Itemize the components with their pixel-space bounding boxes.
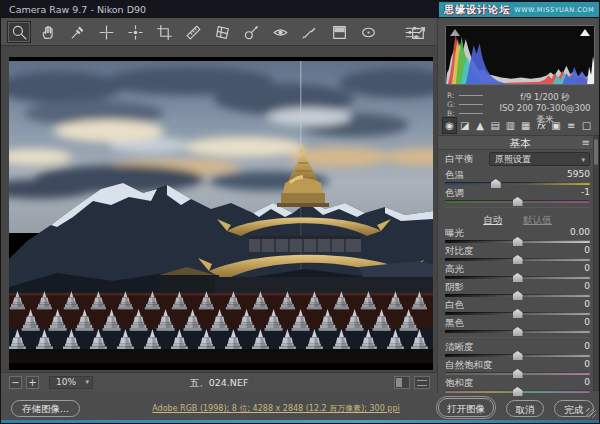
vibrance-value: 0 [584, 359, 590, 370]
whites-value: 0 [584, 299, 590, 310]
highlights-value: 0 [584, 263, 590, 274]
scrollbar-thumb[interactable] [594, 139, 598, 165]
tab-camera-calibration[interactable]: ▣ [548, 117, 563, 134]
cancel-button[interactable]: 取消 [506, 400, 544, 417]
watermark: 思缘设计论坛 WWW.MISSYUAN.COM [439, 2, 599, 17]
fullscreen-toggle-icon[interactable] [406, 21, 430, 43]
targeted-adjustment-tool-icon[interactable] [123, 21, 147, 43]
clarity-label: 清晰度 [445, 341, 474, 352]
tab-hsl[interactable]: ▤ [488, 117, 503, 134]
shadows-value: 0 [584, 281, 590, 292]
contrast-slider[interactable] [445, 258, 590, 261]
contrast-value: 0 [584, 245, 590, 256]
clarity-slider[interactable] [445, 354, 590, 357]
shadows-slider[interactable] [445, 294, 590, 297]
tab-tone-curve[interactable]: ◪ [457, 117, 472, 134]
clarity-value: 0 [584, 341, 590, 352]
slider-thumb[interactable] [513, 291, 523, 300]
saturation-value: 0 [584, 377, 590, 388]
tab-basic[interactable]: ◉ [442, 117, 457, 134]
slider-thumb[interactable] [513, 255, 523, 264]
save-image-button[interactable]: 存储图像... [11, 400, 80, 417]
auto-link[interactable]: 自动 [483, 214, 502, 225]
tab-detail[interactable]: ▲ [472, 117, 487, 134]
graduated-filter-tool-icon[interactable] [327, 21, 351, 43]
before-after-toggle-icon[interactable] [394, 376, 410, 389]
whites-label: 白色 [445, 299, 464, 310]
exposure-label: 曝光 [445, 227, 464, 238]
exposure-slider[interactable] [445, 240, 590, 243]
zoom-tool-icon[interactable] [7, 21, 31, 43]
workflow-options-link[interactable]: Adobe RGB (1998); 8 位; 4288 x 2848 (12.2… [121, 403, 431, 414]
panel-tabs: ◉ ◪ ▲ ▤ ▥ ▦ fx ▣ ≡ □ [442, 117, 594, 134]
tint-label: 色调 [445, 187, 464, 198]
open-image-button[interactable]: 打开图像 [438, 398, 494, 417]
straighten-tool-icon[interactable] [182, 21, 206, 43]
highlights-label: 高光 [445, 263, 464, 274]
tint-value: -1 [581, 187, 590, 198]
vibrance-label: 自然饱和度 [445, 359, 493, 370]
temperature-value: 5950 [567, 169, 590, 180]
blacks-slider[interactable] [445, 330, 590, 333]
shadow-clipping-icon[interactable] [450, 29, 460, 36]
hand-tool-icon[interactable] [36, 21, 60, 43]
saturation-label: 饱和度 [445, 377, 474, 388]
vibrance-slider[interactable] [445, 372, 590, 375]
crop-tool-icon[interactable] [152, 21, 176, 43]
slider-thumb[interactable] [513, 387, 523, 396]
slider-thumb[interactable] [513, 273, 523, 282]
white-balance-label: 白平衡 [445, 153, 489, 166]
zoom-bar: − + 10% ▾ 五、024.NEF [1, 372, 437, 391]
slider-thumb[interactable] [491, 179, 501, 188]
slider-thumb[interactable] [513, 351, 523, 360]
photo-preview[interactable] [9, 57, 433, 370]
contrast-label: 对比度 [445, 245, 474, 256]
panel-menu-icon[interactable]: ≡ [582, 136, 590, 150]
chevron-down-icon: ▾ [581, 154, 585, 166]
shadows-label: 阴影 [445, 281, 464, 292]
basic-panel-header: 基本 ≡ [438, 135, 600, 150]
default-link[interactable]: 默认值 [523, 214, 552, 225]
r-label: R: [447, 91, 455, 100]
blacks-value: 0 [584, 317, 590, 328]
image-area [1, 46, 437, 372]
histogram [445, 25, 595, 85]
saturation-slider[interactable] [445, 390, 590, 393]
temperature-slider[interactable] [445, 182, 590, 185]
rgb-readout: R: G: B: [447, 91, 483, 118]
temperature-label: 色温 [445, 169, 464, 180]
preview-settings-icon[interactable] [414, 376, 430, 389]
adjustment-brush-tool-icon[interactable] [298, 21, 322, 43]
slider-thumb[interactable] [513, 327, 523, 336]
highlight-clipping-icon[interactable] [580, 29, 590, 36]
transform-tool-icon[interactable] [211, 21, 235, 43]
panel-scrollbar[interactable] [593, 135, 599, 391]
resize-grip[interactable] [586, 408, 596, 418]
white-balance-tool-icon[interactable] [65, 21, 89, 43]
tab-effects[interactable]: fx [533, 117, 548, 134]
white-balance-value: 原照设置 [495, 154, 531, 164]
slider-thumb[interactable] [513, 309, 523, 318]
basic-panel-content: 白平衡 原照设置 ▾ 色温5950 色调-1 自动 默认值 曝光0.00 [445, 151, 590, 395]
slider-thumb[interactable] [513, 237, 523, 246]
highlights-slider[interactable] [445, 276, 590, 279]
tab-lens-corrections[interactable]: ▦ [518, 117, 533, 134]
window-bottom-edge [1, 420, 600, 423]
g-label: G: [447, 100, 455, 109]
slider-thumb[interactable] [513, 197, 523, 206]
exposure-value: 0.00 [570, 227, 590, 238]
color-sampler-tool-icon[interactable] [94, 21, 118, 43]
watermark-url: WWW.MISSYUAN.COM [514, 6, 594, 14]
tab-presets[interactable]: ≡ [564, 117, 579, 134]
radial-filter-tool-icon[interactable] [356, 21, 380, 43]
whites-slider[interactable] [445, 312, 590, 315]
camera-raw-dialog: Camera Raw 9.7 - Nikon D90 思缘设计论坛 WWW.MI… [0, 0, 600, 424]
tab-snapshots[interactable]: □ [579, 117, 594, 134]
tint-slider[interactable] [445, 200, 590, 203]
slider-thumb[interactable] [513, 369, 523, 378]
white-balance-select[interactable]: 原照设置 ▾ [489, 152, 590, 166]
tab-split-toning[interactable]: ▥ [503, 117, 518, 134]
spot-removal-tool-icon[interactable] [240, 21, 264, 43]
red-eye-tool-icon[interactable] [269, 21, 293, 43]
filename-label: 五、024.NEF [1, 373, 437, 392]
